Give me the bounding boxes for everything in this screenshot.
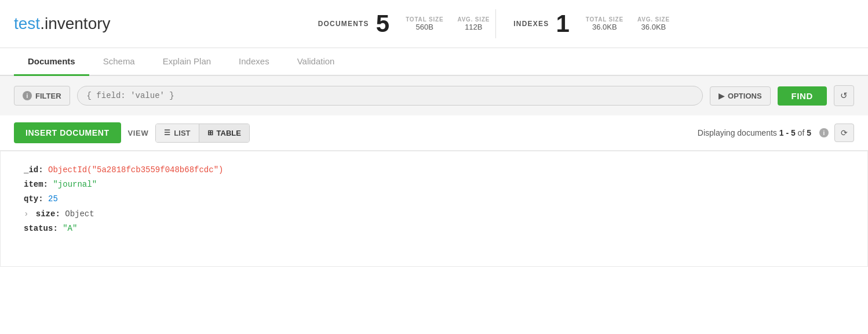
header: test.inventory DOCUMENTS 5 TOTAL SIZE 56… — [0, 0, 868, 48]
tab-indexes[interactable]: Indexes — [225, 48, 283, 76]
options-button[interactable]: ▶ OPTIONS — [710, 86, 771, 106]
options-arrow-icon: ▶ — [719, 92, 724, 100]
documents-count: 5 — [376, 12, 389, 36]
tab-validation[interactable]: Validation — [283, 48, 349, 76]
documents-size-stats: TOTAL SIZE 560B AVG. SIZE 112B — [396, 16, 490, 31]
indexes-total-size-value: 36.0KB — [592, 23, 617, 31]
tab-schema[interactable]: Schema — [89, 48, 149, 76]
title-name: inventory — [45, 14, 111, 32]
displaying-info-icon: i — [819, 128, 829, 137]
size-value: Object — [65, 209, 94, 219]
indexes-label: INDEXES — [513, 20, 549, 28]
indexes-stat: INDEXES 1 TOTAL SIZE 36.0KB AVG. SIZE 36… — [502, 12, 670, 36]
total-size-label: TOTAL SIZE — [406, 16, 443, 23]
filter-input[interactable] — [87, 91, 694, 100]
title-dot: . — [40, 14, 45, 32]
indexes-avg-size-value: 36.0KB — [641, 23, 666, 31]
displaying-text: Displaying documents 1 - 5 of 5 — [698, 128, 811, 137]
status-key: status: — [24, 224, 58, 233]
expand-arrow-icon[interactable]: › — [24, 209, 28, 219]
view-label: VIEW — [128, 129, 149, 137]
table-icon: ⊞ — [207, 129, 213, 137]
total-size-item: TOTAL SIZE 560B — [406, 16, 443, 31]
item-key: item: — [24, 180, 48, 189]
table-label: TABLE — [217, 129, 241, 137]
qty-key: qty: — [24, 194, 43, 204]
toolbar-right: Displaying documents 1 - 5 of 5 i ⟳ — [698, 124, 854, 142]
size-key: size: — [36, 209, 60, 219]
title-test: test — [14, 14, 40, 32]
indexes-avg-size-item: AVG. SIZE 36.0KB — [637, 16, 670, 31]
list-view-button[interactable]: ☰ LIST — [156, 124, 199, 142]
id-value: ObjectId("5a2818fcb3559f048b68fcdc") — [48, 165, 223, 175]
indexes-count: 1 — [556, 12, 569, 36]
id-key: _id: — [24, 165, 43, 175]
displaying-prefix: Displaying documents — [698, 128, 779, 137]
indexes-total-size-item: TOTAL SIZE 36.0KB — [586, 16, 623, 31]
avg-size-value: 112B — [465, 23, 482, 31]
find-button[interactable]: FIND — [778, 86, 827, 106]
field-id: _id: ObjectId("5a2818fcb3559f048b68fcdc"… — [24, 163, 844, 177]
filter-label: FILTER — [35, 92, 61, 100]
indexes-size-row: TOTAL SIZE 36.0KB AVG. SIZE 36.0KB — [586, 16, 670, 31]
displaying-of: of — [796, 128, 807, 137]
avg-size-item: AVG. SIZE 112B — [457, 16, 490, 31]
refresh-button[interactable]: ⟳ — [834, 124, 854, 142]
toolbar: INSERT DOCUMENT VIEW ☰ LIST ⊞ TABLE Disp… — [0, 115, 868, 151]
options-label: OPTIONS — [728, 92, 762, 100]
tab-explain-plan[interactable]: Explain Plan — [149, 48, 225, 76]
total-size-value: 560B — [416, 23, 433, 31]
displaying-range: 1 - 5 — [779, 128, 796, 137]
insert-document-button[interactable]: INSERT DOCUMENT — [14, 122, 121, 143]
qty-value: 25 — [48, 194, 58, 204]
field-size: › size: Object — [24, 207, 844, 222]
collection-title: test.inventory — [14, 14, 111, 33]
field-status: status: "A" — [24, 222, 844, 236]
documents-label: DOCUMENTS — [318, 20, 369, 28]
field-qty: qty: 25 — [24, 192, 844, 206]
indexes-total-size-label: TOTAL SIZE — [586, 16, 623, 23]
tab-bar: Documents Schema Explain Plan Indexes Va… — [0, 48, 868, 76]
status-value: "A" — [63, 224, 77, 233]
list-label: LIST — [174, 129, 190, 137]
item-value: "journal" — [53, 180, 97, 189]
header-stats: DOCUMENTS 5 TOTAL SIZE 560B AVG. SIZE 11… — [134, 9, 854, 38]
table-view-button[interactable]: ⊞ TABLE — [199, 124, 249, 142]
filter-button[interactable]: i FILTER — [14, 86, 70, 106]
field-item: item: "journal" — [24, 177, 844, 192]
filter-input-wrapper[interactable] — [77, 86, 703, 106]
filter-bar: i FILTER ▶ OPTIONS FIND ↺ — [0, 76, 868, 115]
indexes-avg-size-label: AVG. SIZE — [637, 16, 670, 23]
filter-info-icon: i — [23, 91, 32, 100]
reset-button[interactable]: ↺ — [834, 85, 854, 106]
view-toggle: ☰ LIST ⊞ TABLE — [155, 124, 250, 143]
indexes-size-stats: TOTAL SIZE 36.0KB AVG. SIZE 36.0KB — [577, 16, 670, 31]
list-icon: ☰ — [164, 129, 170, 137]
displaying-count: 5 — [807, 128, 811, 137]
tab-documents[interactable]: Documents — [14, 48, 89, 76]
avg-size-label: AVG. SIZE — [457, 16, 490, 23]
size-row: TOTAL SIZE 560B AVG. SIZE 112B — [406, 16, 490, 31]
documents-stat: DOCUMENTS 5 TOTAL SIZE 560B AVG. SIZE 11… — [318, 12, 490, 36]
document-area: _id: ObjectId("5a2818fcb3559f048b68fcdc"… — [0, 151, 868, 267]
stats-separator — [495, 9, 496, 38]
